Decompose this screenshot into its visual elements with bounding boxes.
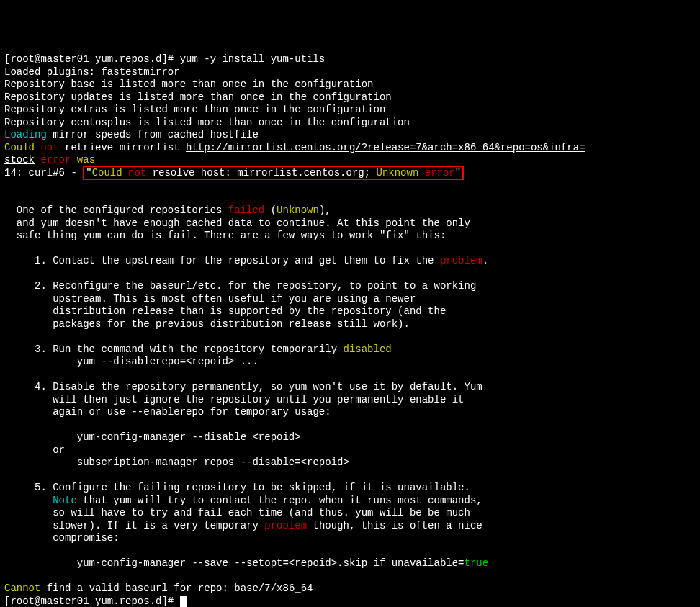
unknown-word: Unknown <box>277 204 319 216</box>
output-line: Repository base is listed more than once… <box>4 78 373 90</box>
problem-word: problem <box>440 255 483 266</box>
output-line: again or use --enablerepo for temporary … <box>4 406 331 418</box>
output-text: find a valid baseurl for repo: base/7/x8… <box>40 583 313 594</box>
output-line: and yum doesn't have enough cached data … <box>4 217 470 229</box>
output-line: yum-config-manager --disable <repoid> <box>4 431 301 443</box>
output-text: though, this is often a nice <box>307 520 483 531</box>
output-text: resolve host: mirrorlist.centos.org; <box>146 167 376 179</box>
output-line: subscription-manager repos --disable=<re… <box>4 457 349 468</box>
note-word: Note <box>53 495 77 506</box>
error-highlight-box: "Could not resolve host: mirrorlist.cent… <box>83 166 464 180</box>
output-text: yum-config-manager --save --setopt=<repo… <box>4 557 465 569</box>
output-line: Repository updates is listed more than o… <box>4 91 392 103</box>
output-line: yum --disablerepo=<repoid> ... <box>4 356 259 367</box>
output-text: One of the configured repositories <box>4 204 228 216</box>
output-line: 2. Reconfigure the baseurl/etc. for the … <box>4 280 476 292</box>
blank-line <box>4 369 10 380</box>
failed-word: failed <box>228 204 264 216</box>
output-text: slower). If it is a very temporary <box>4 520 264 531</box>
error-word: error <box>35 154 71 166</box>
terminal-output: [root@master01 yum.repos.d]# yum -y inst… <box>4 53 585 607</box>
output-text: . <box>483 255 488 266</box>
was-word: was <box>71 154 95 166</box>
blank-line <box>4 419 10 431</box>
output-text: retrieve mirrorlist <box>59 142 186 153</box>
url-link[interactable]: stock <box>4 154 35 166</box>
output-line: 5. Configure the failing repository to b… <box>4 482 470 493</box>
prompt[interactable]: [root@master01 yum.repos.d]# <box>4 595 180 607</box>
blank-line <box>4 243 10 254</box>
output-line: safe thing yum can do is fail. There are… <box>4 230 446 241</box>
output-line: or <box>4 444 65 456</box>
output-line: Repository centosplus is listed more tha… <box>4 117 410 128</box>
output-line: 4. Disable the repository permanently, s… <box>4 381 483 392</box>
prompt[interactable]: [root@master01 yum.repos.d]# <box>4 53 180 65</box>
output-text: 14: curl#6 - <box>4 167 83 179</box>
quote: " <box>455 167 461 179</box>
output-line: Loaded plugins: fastestmirror <box>4 66 180 78</box>
output-line: so will have to try and fail each time (… <box>4 507 470 518</box>
not-word: not <box>35 142 59 153</box>
disabled-word: disabled <box>343 343 391 355</box>
output-text: 1. Contact the upstream for the reposito… <box>4 255 440 266</box>
blank-line <box>4 570 10 582</box>
command: yum -y install yum-utils <box>180 53 326 65</box>
output-text: ( <box>264 204 277 216</box>
could-word: Could <box>92 167 122 179</box>
blank-line <box>4 179 10 191</box>
output-text: 3. Run the command with the repository t… <box>4 343 343 355</box>
blank-line <box>4 192 10 204</box>
blank-line <box>4 268 10 279</box>
blank-line <box>4 331 10 342</box>
output-line: Repository extras is listed more than on… <box>4 104 385 115</box>
quote: " <box>86 167 91 179</box>
output-text: ), <box>319 204 331 216</box>
problem-word: problem <box>264 520 307 531</box>
cursor-icon <box>180 596 187 607</box>
error-word: error <box>418 167 454 179</box>
url-link[interactable]: http://mirrorlist.centos.org/?release=7&… <box>186 142 585 153</box>
output-line: packages for the previous distribution r… <box>4 318 410 330</box>
blank-line <box>4 469 10 481</box>
cannot-word: Cannot <box>4 583 40 594</box>
output-text: that yum will try to contact the repo. w… <box>77 495 483 506</box>
could-word: Could <box>4 142 35 153</box>
output-line: upstream. This is most often useful if y… <box>4 293 416 305</box>
not-word: not <box>122 167 147 179</box>
blank-line <box>4 545 10 557</box>
output-text <box>4 495 53 506</box>
output-line: distribution release than is supported b… <box>4 305 446 317</box>
true-word: true <box>465 557 489 569</box>
output-line: compromise: <box>4 532 120 544</box>
loading-word: Loading <box>4 129 47 140</box>
output-line: will then just ignore the repository unt… <box>4 394 465 405</box>
unknown-word: Unknown <box>377 167 419 179</box>
output-text: mirror speeds from cached hostfile <box>47 129 259 140</box>
